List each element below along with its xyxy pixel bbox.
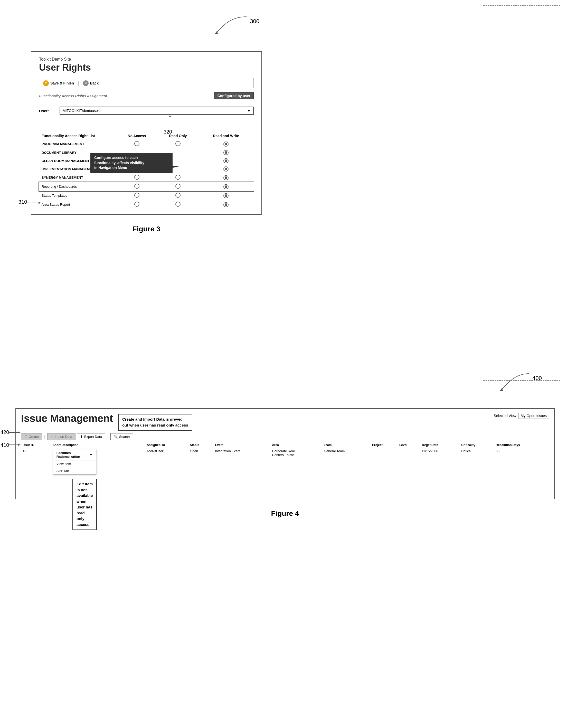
issue-table: Issue ID Short Description Assigned To S… [21,442,549,475]
figure4-container: 400 420 410 Issue Management Create and … [16,372,555,523]
col-team: Team [322,442,371,448]
radio-filled[interactable] [223,150,229,155]
read-write-cell[interactable] [198,182,254,191]
edit-tooltip: Edit Item is not available when user has… [72,479,97,530]
site-name: Toolkit Demo Site [39,57,254,62]
selected-view-label: Selected View [493,414,516,418]
read-write-cell[interactable] [198,165,254,173]
col-level: Level [398,442,420,448]
no-access-cell[interactable] [116,200,158,209]
project-cell [371,448,398,476]
read-only-cell[interactable] [158,139,198,149]
event-cell: Integration Event [213,448,271,476]
tooltip-line1: Configure access to each [94,156,138,160]
dropdown-arrow-icon[interactable]: ▼ [90,453,93,456]
view-item-menuitem[interactable]: View Item [53,461,96,467]
read-only-cell[interactable] [158,200,198,209]
radio-circle[interactable] [134,184,139,189]
user-select[interactable]: MITOOLKIT\demouser1 ▼ [59,107,254,115]
tooltip-arrow-icon [171,163,180,171]
radio-filled[interactable] [223,184,229,189]
fig4-title: Issue Management [21,413,113,424]
no-access-cell[interactable] [116,173,158,182]
radio-filled[interactable] [223,202,229,207]
issue-id-cell: 19 [21,448,51,476]
area-cell: Corporate RealCenters Estate [271,448,322,476]
radio-circle[interactable] [175,175,180,180]
functionality-row: Functionality Access Rights Assignment C… [39,92,254,99]
configured-badge: Configured by user [214,92,254,99]
radio-read-only[interactable] [175,141,180,146]
no-access-cell[interactable] [116,191,158,200]
read-write-cell[interactable] [198,157,254,165]
save-finish-button[interactable]: ⊙ Save & Finish [43,80,74,86]
read-write-cell[interactable] [198,200,254,209]
context-menu-title-text: FacilitiesRationalization [56,451,80,459]
fig4-panel: 420 410 Issue Management Create and Impo… [16,408,555,499]
panel-title: User Rights [39,62,254,73]
ref-420: 420 [1,430,9,435]
user-row: User: MITOOLKIT\demouser1 ▼ 320 [39,105,254,117]
read-only-cell[interactable] [158,182,198,191]
toolbar-sep: | [43,435,46,439]
ref-300: 300 [250,18,259,25]
team-cell: General Team [322,448,371,476]
import-button-greyed[interactable]: ⬆ Import Data [47,433,76,440]
radio-circle[interactable] [134,202,139,207]
radio-circle[interactable] [175,202,180,207]
selected-view-value: My Open Issues [518,413,549,419]
access-section: Configure access to each functionality, … [39,132,254,209]
read-write-cell[interactable] [198,149,254,157]
radio-filled[interactable] [223,193,229,198]
read-only-cell[interactable] [158,191,198,200]
radio-no-access[interactable] [134,141,139,146]
edit-tooltip-line1: Edit Item is not available when [77,482,93,503]
col-header-read-write: Read and Write [198,132,254,139]
read-write-cell[interactable] [198,139,254,149]
radio-circle[interactable] [134,175,139,180]
alert-me-menuitem[interactable]: Alert Me [53,467,96,474]
greyed-tooltip: Create and Import Data is greyed out whe… [118,414,192,431]
export-button[interactable]: ⬇ Export Data [77,433,105,440]
row-label: Area Status Report [39,200,116,209]
search-icon: 🔍 [114,435,118,439]
spacer [21,479,549,495]
radio-circle[interactable] [175,192,180,198]
read-write-cell[interactable] [198,173,254,182]
row-label: SYNERGY MANAGEMENT [39,173,116,182]
save-icon: ⊙ [43,80,49,86]
toolbar2: ☐ Create | ⬆ Import Data ⬇ Export Data |… [21,433,549,440]
toolbar: ⊙ Save & Finish | ↩ Back [39,78,254,88]
col-header-no-access: No Access [116,132,158,139]
create-button-greyed[interactable]: ☐ Create [21,433,42,440]
arrow-420-svg [8,430,21,435]
col-short-desc: Short Description [51,442,145,448]
arrow-310-svg [26,200,42,205]
radio-filled[interactable] [223,158,229,163]
radio-circle[interactable] [134,192,139,198]
radio-circle[interactable] [175,184,180,189]
greyed-tooltip-line1: Create and Import Data is greyed [122,417,183,421]
radio-read-write-selected[interactable] [223,141,229,147]
dashed-line-top [483,5,560,6]
col-header-list: Functionality Access Right List [39,132,116,139]
read-only-cell[interactable] [158,173,198,182]
no-access-cell[interactable] [116,182,158,191]
radio-filled[interactable] [223,175,229,180]
panel2-header: Issue Management Create and Import Data … [21,413,549,431]
row-label: PROGRAM MANAGEMENT [39,139,116,149]
table-row: Area Status Report [39,200,254,209]
no-access-cell[interactable] [116,139,158,149]
target-date-cell: 11/15/2006 [420,448,460,476]
status-cell: Open [188,448,213,476]
row-label: Reporting / Dashboards [39,182,116,191]
back-icon: ↩ [83,80,88,86]
back-button[interactable]: ↩ Back [83,80,99,86]
arrow-410-svg [8,442,21,447]
save-finish-label: Save & Finish [50,81,74,85]
search-button[interactable]: 🔍 Search [110,433,133,440]
radio-filled[interactable] [223,166,229,172]
func-label: Functionality Access Rights Assignment [39,94,214,98]
read-write-cell[interactable] [198,191,254,200]
col-project: Project [371,442,398,448]
